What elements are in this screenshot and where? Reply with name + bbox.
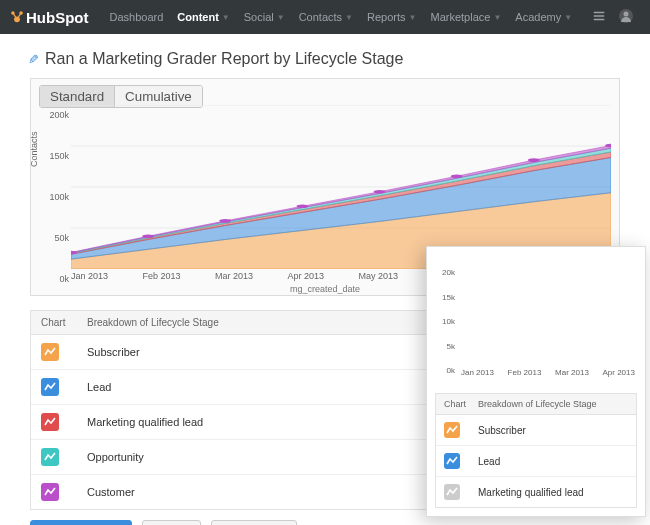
inset-x-tick: Mar 2013 bbox=[555, 368, 589, 377]
y-tick: 150k bbox=[37, 151, 69, 161]
x-tick: Feb 2013 bbox=[143, 271, 181, 283]
inset-row-label: Subscriber bbox=[478, 425, 628, 436]
inset-bars bbox=[461, 263, 635, 361]
series-swatch bbox=[41, 343, 59, 361]
series-swatch bbox=[41, 378, 59, 396]
inset-col-chart: Chart bbox=[444, 399, 478, 409]
nav-item-reports[interactable]: Reports▼ bbox=[367, 11, 416, 23]
x-tick: Apr 2013 bbox=[287, 271, 324, 283]
inset-popup: 0k5k10k15k20k Jan 2013Feb 2013Mar 2013Ap… bbox=[426, 246, 646, 517]
nav-item-contacts[interactable]: Contacts▼ bbox=[299, 11, 353, 23]
inset-x-tick: Feb 2013 bbox=[508, 368, 542, 377]
x-tick: Mar 2013 bbox=[215, 271, 253, 283]
nav-item-marketplace[interactable]: Marketplace▼ bbox=[430, 11, 501, 23]
y-tick: 0k bbox=[37, 274, 69, 284]
nav-item-academy[interactable]: Academy▼ bbox=[515, 11, 572, 23]
series-swatch bbox=[444, 422, 460, 438]
svg-point-6 bbox=[624, 12, 629, 17]
inset-y-tick: 5k bbox=[447, 341, 455, 350]
top-nav: HubSpot DashboardContent▼Social▼Contacts… bbox=[0, 0, 650, 34]
x-tick: May 2013 bbox=[358, 271, 398, 283]
x-axis-label: mg_created_date bbox=[290, 284, 360, 294]
toggle-cumulative[interactable]: Cumulative bbox=[114, 86, 202, 107]
y-axis: 0k50k100k150k200k bbox=[37, 105, 69, 269]
avatar-icon[interactable] bbox=[618, 8, 634, 26]
inset-y-tick: 15k bbox=[442, 292, 455, 301]
inset-x-axis: Jan 2013Feb 2013Mar 2013Apr 2013 bbox=[461, 368, 635, 377]
inset-x-tick: Apr 2013 bbox=[603, 368, 635, 377]
menu-icon[interactable] bbox=[592, 9, 606, 25]
inset-table-row[interactable]: Subscriber bbox=[436, 415, 636, 446]
series-swatch bbox=[41, 483, 59, 501]
inset-y-axis: 0k5k10k15k20k bbox=[435, 263, 455, 361]
svg-point-13 bbox=[142, 234, 154, 238]
actions-button[interactable]: Actions▼ bbox=[211, 520, 297, 525]
page-title: Ran a Marketing Grader Report by Lifecyc… bbox=[45, 50, 403, 68]
svg-point-18 bbox=[528, 158, 540, 162]
series-swatch bbox=[41, 448, 59, 466]
footer-actions: Publish Save Actions▼ bbox=[30, 520, 620, 525]
inset-table-row[interactable]: Marketing qualified lead bbox=[436, 477, 636, 507]
inset-y-tick: 0k bbox=[447, 366, 455, 375]
inset-row-label: Marketing qualified lead bbox=[478, 487, 628, 498]
series-swatch bbox=[444, 453, 460, 469]
inset-row-label: Lead bbox=[478, 456, 628, 467]
series-swatch bbox=[444, 484, 460, 500]
x-tick: Jan 2013 bbox=[71, 271, 108, 283]
svg-point-17 bbox=[451, 174, 463, 178]
y-tick: 100k bbox=[37, 192, 69, 202]
inset-y-tick: 10k bbox=[442, 317, 455, 326]
inset-table-row[interactable]: Lead bbox=[436, 446, 636, 477]
area-chart bbox=[71, 105, 611, 269]
series-swatch bbox=[41, 413, 59, 431]
save-button[interactable]: Save bbox=[142, 520, 201, 525]
svg-point-16 bbox=[374, 190, 386, 194]
nav-item-dashboard[interactable]: Dashboard bbox=[109, 11, 163, 23]
svg-point-14 bbox=[219, 219, 231, 223]
title-row: ✎ Ran a Marketing Grader Report by Lifec… bbox=[12, 44, 638, 78]
y-tick: 200k bbox=[37, 110, 69, 120]
svg-point-15 bbox=[296, 204, 308, 208]
brand-logo: HubSpot bbox=[10, 9, 88, 26]
edit-icon[interactable]: ✎ bbox=[28, 52, 39, 67]
inset-table-header: Chart Breakdown of Lifecycle Stage bbox=[436, 394, 636, 415]
toggle-standard[interactable]: Standard bbox=[40, 86, 114, 107]
nav-item-social[interactable]: Social▼ bbox=[244, 11, 285, 23]
inset-col-breakdown: Breakdown of Lifecycle Stage bbox=[478, 399, 628, 409]
y-tick: 50k bbox=[37, 233, 69, 243]
nav-item-content[interactable]: Content▼ bbox=[177, 11, 229, 23]
inset-x-tick: Jan 2013 bbox=[461, 368, 494, 377]
brand-text: HubSpot bbox=[26, 9, 88, 26]
inset-bar-chart: 0k5k10k15k20k Jan 2013Feb 2013Mar 2013Ap… bbox=[435, 255, 637, 379]
inset-y-tick: 20k bbox=[442, 268, 455, 277]
col-chart: Chart bbox=[41, 317, 87, 328]
publish-button[interactable]: Publish bbox=[30, 520, 132, 525]
inset-table: Chart Breakdown of Lifecycle Stage Subsc… bbox=[435, 393, 637, 508]
